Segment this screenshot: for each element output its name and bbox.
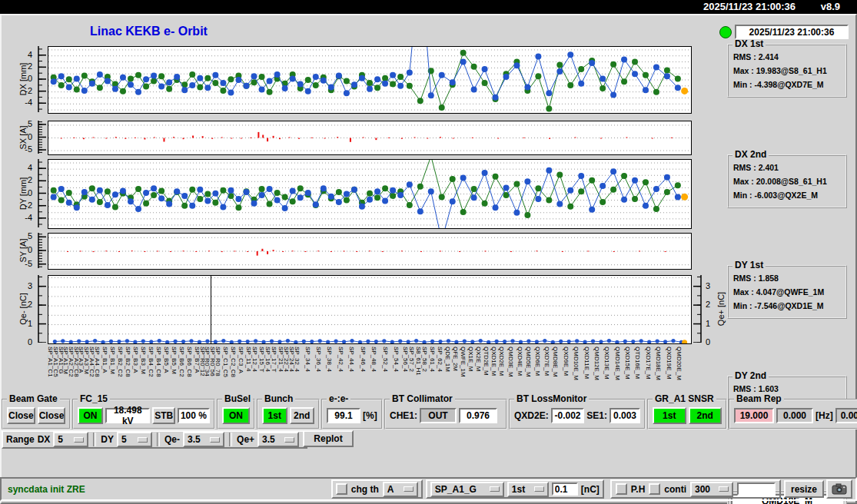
busel-title: BuSel (222, 394, 253, 404)
range-dy-dropdown[interactable]: 5 (117, 432, 152, 447)
screenshot-button[interactable] (826, 479, 852, 499)
che1-state-button[interactable]: OUT (420, 408, 457, 423)
bpm-label: SP_B5_A (163, 346, 169, 373)
che1-label: CHE1: (390, 410, 417, 421)
status-bar: syncdata init ZRE chg th A SP_A1_G 1st [… (0, 477, 857, 501)
bpm-label: QXD6E_M (534, 346, 540, 376)
ee-ratio-readout: 99.1 (327, 408, 360, 423)
replot-button[interactable]: Replot (303, 430, 354, 447)
gr-a1-snsr-title: GR_A1 SNSR (653, 394, 716, 404)
bt-collimator-group: BT Collimator CHE1: OUT 0.976 (384, 399, 507, 429)
bt-collimator-title: BT Collimator (390, 394, 455, 404)
bpm-label: SP_36_4 (315, 346, 321, 372)
chg-th-checkbox[interactable] (336, 483, 347, 495)
ee-ratio-unit: [%] (363, 410, 377, 421)
bpm-label: SP_B1_A (101, 346, 108, 373)
range-qep-label: Qe+ (237, 434, 254, 445)
gr-a1-1st-button[interactable]: 1st (653, 407, 686, 424)
y-axis-sx (37, 121, 47, 154)
bpm-label: QXD11E_M (583, 346, 590, 379)
che1-value-readout: 0.976 (459, 408, 497, 423)
bpm-label: QXD4E_M (517, 346, 523, 376)
beam-rep-alarm-readout: 19.000 (734, 408, 774, 423)
bunch-1st-button[interactable]: 1st (262, 407, 287, 424)
bpm-label: SP_48_4 (370, 346, 377, 372)
stats-rms: RMS : 2.401 (733, 161, 779, 174)
bpm-label: SP_54_4 (393, 346, 399, 372)
dropdown-indicator-icon (490, 486, 500, 492)
y-axis-sy (37, 233, 47, 268)
interval-dropdown[interactable]: 300 (690, 482, 733, 497)
y-axis-title-q: Qe- [nC] (18, 293, 28, 325)
range-dx-dropdown[interactable]: 5 (53, 432, 88, 447)
y-axis-title-dx: DX [mm] (18, 63, 28, 96)
stats-min: Min : -7.546@QXD1E_M (733, 300, 824, 313)
bpm-label: QX2E_M (475, 346, 481, 371)
bpm-label: SP_B6_C2 (178, 346, 184, 377)
bpm-label: SP_38_4 (326, 346, 332, 372)
dropdown-indicator-icon (284, 437, 294, 443)
bpm-label: SP_12_4 (251, 346, 257, 372)
bpm-label: QWFE_1M (460, 346, 466, 377)
bpm-label: QXD9E_M (563, 346, 569, 376)
beam-rep-group: Beam Rep 19.000 0.000 [Hz] 0.000 [%] (729, 399, 857, 429)
ph-label: P.H (631, 484, 645, 495)
y-axis-dy (37, 159, 47, 227)
plot-sx (48, 121, 692, 155)
y-tick-dy: -4 (17, 213, 32, 222)
chg-th-label: chg th (351, 484, 379, 495)
spare-input[interactable] (737, 482, 776, 496)
bpm-label: SP_R0_78 (214, 346, 221, 376)
stats-rms: RMS : 1.858 (733, 272, 779, 285)
range-dy-label: DY (101, 434, 114, 445)
threshold-input[interactable] (552, 482, 578, 496)
range-qe-plus-dropdown[interactable]: 3.5 (257, 432, 299, 447)
range-label: Range (6, 434, 35, 445)
stats-max: Max : 19.983@S8_61_H1 (733, 65, 827, 78)
bpm-label: QXD19E_M (666, 346, 672, 380)
fc15-on-button[interactable]: ON (78, 407, 103, 424)
bpm-label: SP_62_4 (437, 346, 443, 372)
bpm-label: SP_61_4 (429, 346, 435, 372)
bpm-label: SP_B2_C8 (125, 346, 131, 377)
beam-gate-close-button-1[interactable]: Close (7, 407, 35, 424)
bpm-label: SP_15_T (258, 346, 264, 372)
bpm-label: SP_56_4 (402, 346, 408, 372)
stats-title: DX 1st (732, 39, 766, 49)
bpm-label: QMD8E_M (552, 346, 558, 377)
fc15-group: FC_15 ON 18.498 kV STB 100 % (72, 399, 215, 429)
beam-gate-title: Beam Gate (7, 394, 60, 404)
dropdown-indicator-icon (534, 486, 544, 492)
resize-button[interactable]: resize (784, 480, 824, 498)
y-tick-right-q: 3 (706, 281, 719, 290)
bpm-dropdown[interactable]: SP_A1_G (430, 482, 504, 497)
conti-checkbox[interactable] (649, 483, 660, 495)
bpm-label: SP_34_4 (304, 346, 311, 372)
beam-gate-close-button-2[interactable]: Close (38, 407, 66, 424)
bpm-label: SP_46_4 (360, 346, 366, 372)
bpm-label: SP_B2_C2 (117, 346, 123, 377)
bpm-label: SP_16_4 (264, 346, 271, 372)
bpm-label: SP_44_4 (348, 346, 354, 372)
chg-th-sector-dropdown[interactable]: A (383, 482, 418, 497)
bpm-label: SP_B1_M (109, 346, 115, 374)
busel-on-button[interactable]: ON (222, 407, 250, 424)
bt-lossmonitor-group: BT LossMonitor QXD2E: -0.002 SE1: 0.003 (509, 399, 646, 429)
bpm-label: QMD20E_M (676, 346, 682, 380)
bpm-label: SP_B4_C8 (155, 346, 161, 377)
y-tick-dx: -4 (17, 98, 32, 107)
gr-a1-2nd-button[interactable]: 2nd (689, 407, 722, 424)
acquisition-panel: P.H conti 300 (610, 479, 781, 499)
bpm-label: SP_11_4 (245, 346, 251, 371)
device-status-row: Beam Gate Close Close FC_15 ON 18.498 kV… (2, 399, 856, 429)
ph-checkbox[interactable] (616, 483, 627, 495)
titlebar-version: v8.9 (821, 1, 840, 12)
fc15-stb-button[interactable]: STB (152, 407, 174, 424)
range-qe-minus-dropdown[interactable]: 3.5 (183, 432, 224, 447)
chg-th-sector-value: A (387, 484, 394, 495)
status-message: syncdata init ZRE (8, 484, 85, 495)
plot-dx (48, 46, 692, 114)
bpm-bunch-dropdown[interactable]: 1st (507, 482, 549, 497)
bpm-label: SP_B6_C8 (186, 346, 192, 377)
bunch-2nd-button[interactable]: 2nd (290, 407, 315, 424)
